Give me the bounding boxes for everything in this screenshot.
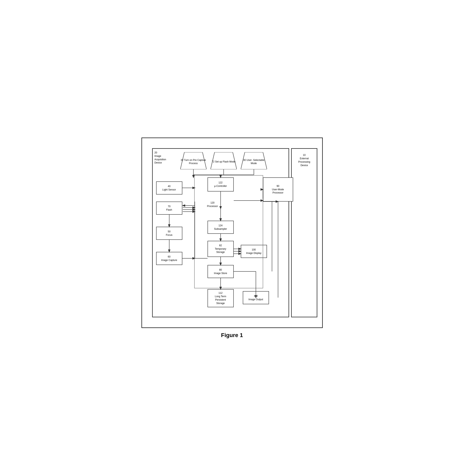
box-40-light-sensor: 40 Light Sensor (156, 181, 182, 194)
box-124-subsampler: 124 Subsampler (208, 221, 234, 234)
label-20: 20 Image Acquisition Device (154, 150, 176, 166)
page-wrapper: 20 Image Acquisition Device 10 External … (141, 138, 323, 338)
trap-72: 72 Set up Flash Mode (211, 152, 237, 169)
box-100-image-display: 100 Image Display (241, 245, 267, 258)
external-processing-device-box (291, 148, 317, 317)
box-122-controller: 122 µ-Controller (208, 177, 234, 191)
figure-caption: Figure 1 (141, 332, 323, 338)
trap-30: 30 User- Selectable Mode (241, 152, 267, 169)
box-80-image-store: 80 Image Store (208, 265, 234, 278)
diagram-container: 20 Image Acquisition Device 10 External … (141, 138, 323, 328)
box-70-flash: 70 Flash (156, 201, 182, 215)
label-120-processor: 120 Processor (203, 200, 223, 209)
box-50-focus: 50 Focus (156, 227, 182, 240)
diagram-absolute: 20 Image Acquisition Device 10 External … (146, 142, 319, 323)
label-10: 10 External Processing Device (293, 150, 316, 170)
box-110-image-output: 110 Image Output (243, 291, 269, 304)
box-90-user-mode-processor: 90 User-Mode Processor (263, 177, 293, 201)
box-112-long-term-storage: 112 Long Term Persistent Storage (208, 289, 234, 307)
trap-32: 32 Turn on Pre Capture Process (180, 152, 206, 169)
box-82-temporary-storage: 82 Temporary Storage (208, 241, 234, 257)
box-60-image-capture: 60 Image Capture (156, 252, 182, 265)
